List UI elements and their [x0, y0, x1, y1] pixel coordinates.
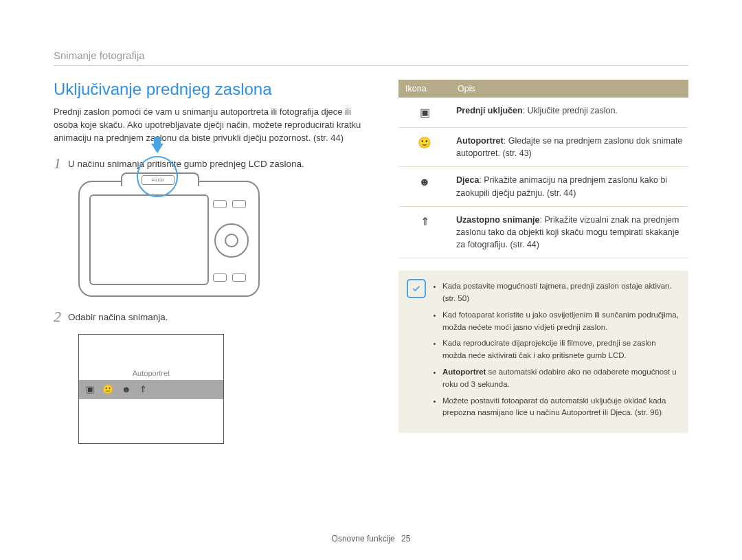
table-header-icon: Ikona [398, 80, 451, 98]
arrow-down-icon [151, 144, 164, 153]
table-desc: Autoportret: Gledajte se na prednjem zas… [451, 128, 688, 167]
step-text: U načinu snimanja pritisnite gumb prednj… [68, 156, 304, 171]
page-footer: Osnovne funkcije 25 [0, 534, 742, 544]
jump-icon: ⇑ [398, 206, 451, 258]
selfportrait-icon: 🙂 [398, 128, 451, 167]
camera-illustration: F.LCD [78, 181, 278, 297]
table-desc: Uzastopno snimanje: Prikažite vizualni z… [451, 206, 688, 258]
table-row: ▣ Prednji uključen: Uključite prednji za… [398, 98, 688, 128]
content-columns: Uključivanje prednjeg zaslona Prednji za… [54, 80, 688, 444]
camera-body: F.LCD [78, 181, 260, 297]
note-box: Kada postavite mogućnosti tajmera, predn… [398, 271, 688, 433]
table-row: 🙂 Autoportret: Gledajte se na prednjem z… [398, 128, 688, 167]
manual-page: Snimanje fotografija Uključivanje prednj… [0, 0, 742, 444]
note-icon [407, 279, 426, 298]
step-number: 1 [54, 156, 61, 171]
note-item: Možete postaviti fotoaparat da automatsk… [442, 395, 679, 420]
lcd-preview: Autoportret ▣ 🙂 ☻ ⇑ [78, 334, 224, 444]
table-row: ☻ Djeca: Prikažite animaciju na prednjem… [398, 167, 688, 206]
step-text: Odabir načina snimanja. [68, 309, 168, 324]
camera-lcd [89, 194, 209, 285]
note-item: Kad fotoaparat koristite u jako osvijetl… [442, 309, 679, 334]
table-row: ⇑ Uzastopno snimanje: Prikažite vizualni… [398, 206, 688, 258]
note-item: Kada postavite mogućnosti tajmera, predn… [442, 280, 679, 305]
intro-text: Prednji zaslon pomoći će vam u snimanju … [54, 106, 371, 145]
icon-description-table: Ikona Opis ▣ Prednji uključen: Uključite… [398, 80, 688, 258]
camera-button [232, 273, 246, 282]
front-on-icon: ▣ [86, 384, 94, 394]
step-number: 2 [54, 309, 61, 324]
camera-button [232, 200, 246, 208]
children-icon: ☻ [122, 384, 131, 394]
breadcrumb: Snimanje fotografija [54, 49, 688, 66]
step-2: 2 Odabir načina snimanja. [54, 309, 371, 324]
front-on-icon: ▣ [398, 98, 451, 128]
section-title: Uključivanje prednjeg zaslona [54, 80, 371, 99]
footer-section: Osnovne funkcije [332, 534, 395, 544]
camera-button [213, 273, 227, 282]
table-desc: Prednji uključen: Uključite prednji zasl… [451, 98, 688, 128]
children-icon: ☻ [398, 167, 451, 206]
camera-dpad [214, 223, 249, 258]
selfportrait-icon: 🙂 [102, 384, 113, 394]
lcd-icon-band: ▣ 🙂 ☻ ⇑ [79, 380, 223, 399]
note-item: Autoportret se automatski odabire ako ne… [442, 366, 679, 391]
note-item: Kada reproducirate dijaprojekcije ili fi… [442, 337, 679, 362]
flcd-button-label: F.LCD [142, 175, 175, 185]
page-number: 25 [401, 534, 410, 544]
jump-icon: ⇑ [139, 384, 147, 394]
table-header-desc: Opis [451, 80, 688, 98]
left-column: Uključivanje prednjeg zaslona Prednji za… [54, 80, 371, 444]
lcd-mode-label: Autoportret [79, 369, 223, 377]
camera-button [213, 200, 227, 208]
step-1: 1 U načinu snimanja pritisnite gumb pred… [54, 156, 371, 171]
table-desc: Djeca: Prikažite animaciju na prednjem z… [451, 167, 688, 206]
note-list: Kada postavite mogućnosti tajmera, predn… [433, 280, 679, 419]
right-column: Ikona Opis ▣ Prednji uključen: Uključite… [398, 80, 688, 444]
